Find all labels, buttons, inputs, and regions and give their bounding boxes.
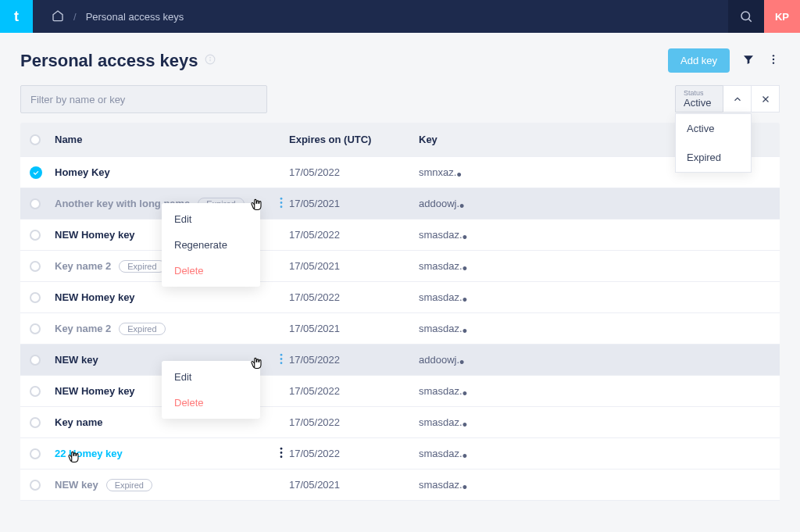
table-row[interactable]: Another key with long nameExpired17/05/2… bbox=[20, 188, 780, 220]
row-checkbox[interactable] bbox=[30, 230, 41, 241]
add-key-button[interactable]: Add key bbox=[668, 48, 730, 73]
expires-value: 17/05/2022 bbox=[289, 291, 419, 303]
menu-item-edit[interactable]: Edit bbox=[162, 364, 260, 390]
row-checkbox-checked[interactable] bbox=[30, 166, 42, 179]
row-checkbox[interactable] bbox=[30, 323, 41, 334]
svg-point-15 bbox=[280, 362, 283, 364]
select-all-checkbox[interactable] bbox=[30, 134, 41, 145]
svg-point-7 bbox=[773, 62, 774, 63]
status-option-active[interactable]: Active bbox=[676, 114, 751, 143]
user-initials: KP bbox=[775, 11, 789, 23]
key-value: smasdaz. bbox=[419, 385, 770, 397]
row-checkbox[interactable] bbox=[30, 198, 41, 209]
status-filter: Status Active Active Expired bbox=[675, 85, 780, 112]
svg-point-4 bbox=[209, 57, 210, 58]
expired-badge: Expired bbox=[106, 479, 152, 491]
key-value: addoowj. bbox=[419, 198, 770, 209]
menu-item-delete[interactable]: Delete bbox=[162, 390, 260, 416]
key-value: smasdaz. bbox=[419, 229, 770, 241]
row-checkbox[interactable] bbox=[30, 480, 41, 491]
table-row[interactable]: Key name17/05/2022smasdaz. bbox=[20, 407, 780, 438]
user-avatar[interactable]: KP bbox=[764, 0, 800, 33]
table-row[interactable]: Key name 2Expired17/05/2021smasdaz. bbox=[20, 251, 780, 282]
key-name: NEW Homey key bbox=[55, 229, 135, 241]
table-row[interactable]: NEW Homey key17/05/2022smasdaz. bbox=[20, 220, 780, 251]
app-logo[interactable]: t bbox=[0, 0, 33, 33]
info-icon[interactable] bbox=[205, 54, 216, 68]
more-menu-icon[interactable] bbox=[767, 53, 780, 69]
key-name: Homey Key bbox=[55, 166, 110, 178]
status-filter-menu: Active Expired bbox=[675, 113, 752, 173]
table-row[interactable]: Key name 2Expired17/05/2021smasdaz. bbox=[20, 313, 780, 345]
filter-icon[interactable] bbox=[742, 53, 755, 69]
topbar: t / Personal access keys KP bbox=[0, 0, 800, 33]
svg-point-17 bbox=[280, 452, 283, 454]
search-button[interactable] bbox=[728, 0, 764, 33]
expires-value: 17/05/2022 bbox=[289, 448, 419, 459]
col-header-expires[interactable]: Expires on (UTC) bbox=[289, 134, 419, 145]
breadcrumb-current[interactable]: Personal access keys bbox=[86, 11, 184, 23]
expired-badge: Expired bbox=[119, 260, 165, 273]
filter-input[interactable] bbox=[20, 85, 267, 113]
table-row[interactable]: NEW keyExpired17/05/2021smasdaz. bbox=[20, 470, 780, 501]
row-more-icon[interactable] bbox=[277, 194, 286, 213]
table-header: Name Expires on (UTC) Key bbox=[20, 123, 780, 157]
menu-item-regenerate[interactable]: Regenerate bbox=[162, 232, 260, 258]
expires-value: 17/05/2021 bbox=[289, 260, 419, 272]
svg-point-18 bbox=[280, 455, 283, 458]
expires-value: 17/05/2021 bbox=[289, 323, 419, 334]
row-checkbox[interactable] bbox=[30, 386, 41, 397]
svg-line-1 bbox=[748, 19, 751, 21]
keys-table: Name Expires on (UTC) Key Homey Key17/05… bbox=[20, 123, 780, 501]
menu-item-edit[interactable]: Edit bbox=[162, 206, 260, 232]
key-value: smasdaz. bbox=[419, 323, 770, 334]
expired-badge: Expired bbox=[119, 323, 165, 335]
status-filter-value: Active bbox=[684, 97, 715, 109]
table-row[interactable]: NEW Homey key17/05/2022smasdaz. bbox=[20, 282, 780, 313]
svg-point-6 bbox=[773, 58, 774, 59]
breadcrumb: / Personal access keys bbox=[33, 9, 184, 24]
status-filter-label: Status bbox=[684, 89, 715, 97]
row-checkbox[interactable] bbox=[30, 417, 41, 428]
key-value: smasdaz. bbox=[419, 479, 770, 491]
menu-item-delete[interactable]: Delete bbox=[162, 258, 260, 284]
key-name: NEW key bbox=[55, 354, 98, 366]
row-checkbox[interactable] bbox=[30, 355, 41, 366]
expires-value: 17/05/2022 bbox=[289, 416, 419, 428]
key-value: smasdaz. bbox=[419, 291, 770, 303]
row-more-icon[interactable] bbox=[277, 444, 286, 463]
expires-value: 17/05/2022 bbox=[289, 354, 419, 366]
expires-value: 17/05/2022 bbox=[289, 229, 419, 241]
page-header: Personal access keys Add key bbox=[0, 33, 800, 85]
key-value: addoowj. bbox=[419, 354, 770, 366]
table-row[interactable]: 22 Homey key17/05/2022smasdaz. bbox=[20, 438, 780, 470]
breadcrumb-separator: / bbox=[73, 11, 77, 23]
status-filter-close[interactable] bbox=[752, 85, 780, 112]
row-checkbox[interactable] bbox=[30, 292, 41, 303]
row-context-menu: Edit Regenerate Delete bbox=[162, 203, 260, 287]
key-name: Key name bbox=[55, 416, 102, 428]
svg-point-13 bbox=[280, 353, 283, 355]
row-more-icon[interactable] bbox=[277, 350, 286, 370]
svg-point-14 bbox=[280, 358, 283, 360]
status-filter-chevron[interactable] bbox=[723, 85, 752, 112]
table-row[interactable]: NEW key17/05/2022addoowj. bbox=[20, 345, 780, 376]
key-name: NEW Homey key bbox=[55, 385, 135, 397]
page-title: Personal access keys bbox=[20, 51, 198, 71]
status-filter-trigger[interactable]: Status Active bbox=[675, 85, 723, 112]
table-row[interactable]: Homey Key17/05/2022smnxaz. bbox=[20, 157, 780, 188]
svg-point-10 bbox=[280, 197, 283, 199]
expires-value: 17/05/2021 bbox=[289, 198, 419, 209]
expires-value: 17/05/2022 bbox=[289, 385, 419, 397]
key-value: smasdaz. bbox=[419, 416, 770, 428]
home-icon[interactable] bbox=[52, 9, 64, 24]
row-checkbox[interactable] bbox=[30, 448, 41, 459]
col-header-name[interactable]: Name bbox=[55, 134, 289, 145]
table-row[interactable]: NEW Homey key17/05/2022smasdaz. bbox=[20, 376, 780, 407]
row-checkbox[interactable] bbox=[30, 261, 41, 272]
key-value: smasdaz. bbox=[419, 260, 770, 272]
status-option-expired[interactable]: Expired bbox=[676, 143, 751, 172]
svg-point-12 bbox=[280, 205, 283, 208]
key-name[interactable]: 22 Homey key bbox=[55, 448, 123, 459]
svg-point-5 bbox=[773, 55, 774, 56]
